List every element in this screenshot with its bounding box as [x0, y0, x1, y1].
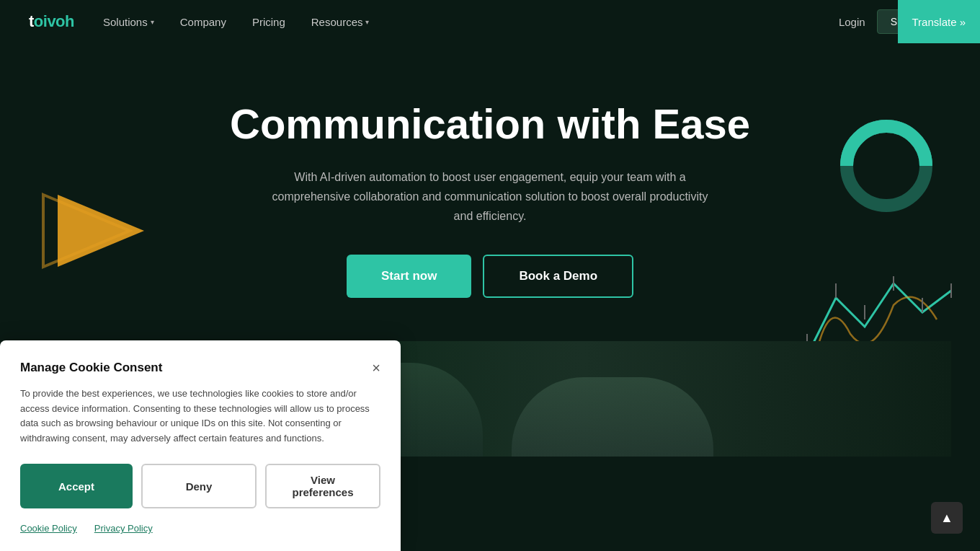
- translate-button[interactable]: Translate »: [898, 0, 980, 43]
- cookie-deny-button[interactable]: Deny: [141, 464, 257, 508]
- logo[interactable]: toivoh: [29, 12, 74, 31]
- chevron-up-icon: ▲: [940, 511, 953, 526]
- nav-item-solutions[interactable]: Solutions ▾: [103, 16, 154, 28]
- logo-prefix: t: [29, 12, 34, 30]
- nav-item-pricing[interactable]: Pricing: [252, 16, 285, 28]
- hero-subtitle: With AI-driven automation to boost user …: [267, 167, 713, 226]
- cookie-policy-link[interactable]: Cookie Policy: [20, 523, 77, 534]
- cookie-buttons: Accept Deny View preferences: [20, 464, 380, 508]
- cookie-close-button[interactable]: ×: [372, 361, 380, 375]
- cookie-header: Manage Cookie Consent ×: [20, 361, 380, 375]
- hero-buttons: Start now Book a Demo: [29, 255, 951, 298]
- logo-accent: oivoh: [34, 12, 74, 30]
- nav-item-company[interactable]: Company: [180, 16, 226, 28]
- chevron-down-icon: ▾: [365, 18, 369, 26]
- scroll-to-top-button[interactable]: ▲: [931, 502, 963, 534]
- login-link[interactable]: Login: [839, 16, 865, 28]
- chevron-down-icon: ▾: [151, 18, 154, 26]
- start-now-button[interactable]: Start now: [347, 255, 471, 298]
- cookie-banner: Manage Cookie Consent × To provide the b…: [0, 340, 401, 551]
- book-demo-button[interactable]: Book a Demo: [483, 255, 633, 298]
- cookie-accept-button[interactable]: Accept: [20, 464, 133, 508]
- cookie-body-text: To provide the best experiences, we use …: [20, 387, 380, 446]
- hero-title: Communication with Ease: [29, 101, 951, 147]
- nav-links: Solutions ▾ Company Pricing Resources ▾: [103, 16, 839, 28]
- cookie-preferences-button[interactable]: View preferences: [265, 464, 380, 508]
- privacy-policy-link[interactable]: Privacy Policy: [94, 523, 153, 534]
- navigation: toivoh Solutions ▾ Company Pricing Resou…: [0, 0, 980, 43]
- logo-text: toivoh: [29, 12, 74, 31]
- cookie-policy-links: Cookie Policy Privacy Policy: [20, 523, 380, 534]
- nav-item-resources[interactable]: Resources ▾: [311, 16, 370, 28]
- cookie-title: Manage Cookie Consent: [20, 361, 162, 375]
